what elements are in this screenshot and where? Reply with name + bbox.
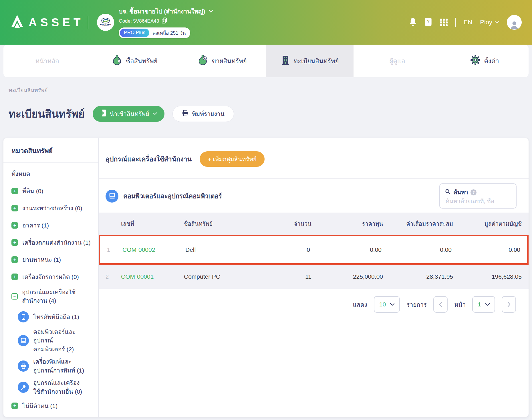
- asset-logo-icon: [10, 14, 24, 30]
- sidebar-item-office-furniture[interactable]: + เครื่องตกแต่งสำนักงาน (1): [11, 236, 93, 249]
- sidebar-item-all[interactable]: ทั้งหมด: [11, 168, 93, 180]
- tab-settings-label: ตั้งค่า: [484, 56, 499, 66]
- asset-code-link[interactable]: COM-00001: [121, 273, 184, 280]
- pagination: แสดง 10 รายการ หน้า 1: [106, 289, 522, 313]
- table-header-row: เลขที่ ชื่อสินทรัพย์ จำนวน ราคาทุน ค่าเส…: [99, 213, 529, 235]
- sidebar-item-intangible[interactable]: + ไม่มีตัวตน (1): [11, 400, 93, 412]
- avatar[interactable]: [507, 15, 522, 30]
- tab-buy-assets[interactable]: ซื้อสินทรัพย์: [91, 45, 178, 77]
- apps-grid-icon[interactable]: [440, 19, 448, 26]
- tab-sell-assets[interactable]: A ขายสินทรัพย์: [178, 45, 266, 77]
- content-card: หมวดสินทรัพย์ ทั้งหมด + ที่ดิน (0) + งาน…: [3, 138, 529, 417]
- page-value: 1: [478, 301, 481, 308]
- column-code: เลขที่: [121, 219, 184, 228]
- company-info: บจ. ซื้อมาขายไป (สำนักงานใหญ่) Code: 5V8…: [119, 7, 213, 38]
- expand-plus-icon[interactable]: +: [11, 256, 18, 263]
- phone-icon: [18, 311, 29, 322]
- brand-name: ASSET: [29, 16, 84, 29]
- row-index: 2: [106, 274, 121, 280]
- asset-register-main: อุปกรณ์และเครื่องใช้สำนักงาน + เพิ่มกลุ่…: [99, 138, 529, 417]
- next-page-button[interactable]: [502, 296, 516, 313]
- table-row[interactable]: 2 COM-00001 Computer PC 11 225,000.00 28…: [99, 265, 529, 289]
- buy-sell-hands-icon: [101, 18, 110, 23]
- tab-asset-register[interactable]: ทะเบียนสินทรัพย์: [266, 45, 354, 77]
- import-assets-label: นำเข้าสินทรัพย์: [110, 109, 149, 118]
- per-page-select[interactable]: 10: [374, 296, 400, 313]
- sidebar-item-construction-in-progress[interactable]: + งานระหว่างก่อสร้าง (0): [11, 202, 93, 214]
- add-asset-group-button[interactable]: + เพิ่มกลุ่มสินทรัพย์: [200, 151, 265, 167]
- laptop-icon: [18, 335, 29, 346]
- sidebar-item-buildings[interactable]: + อาคาร (1): [11, 219, 93, 231]
- sidebar-item-land[interactable]: + ที่ดิน (0): [11, 185, 93, 197]
- money-bag-buy-icon: [112, 55, 122, 67]
- sidebar-subitem-printers[interactable]: เครื่องพิมพ์และอุปกรณ์การพิมพ์ (1): [18, 357, 93, 375]
- tab-settings[interactable]: ตั้งค่า: [441, 45, 529, 77]
- expand-plus-icon[interactable]: +: [11, 188, 18, 194]
- microphone-icon: [18, 382, 29, 393]
- sidebar-item-vehicles[interactable]: + ยานพาหนะ (1): [11, 253, 93, 266]
- expand-plus-icon[interactable]: +: [11, 403, 18, 409]
- asset-name: Computer PC: [184, 273, 260, 280]
- expand-plus-icon[interactable]: +: [11, 274, 18, 280]
- expand-plus-icon[interactable]: +: [11, 239, 18, 246]
- import-assets-button[interactable]: นำเข้าสินทรัพย์: [93, 106, 164, 122]
- collapse-minus-icon[interactable]: −: [11, 293, 18, 300]
- copy-icon[interactable]: [162, 17, 167, 25]
- tab-asset-register-label: ทะเบียนสินทรัพย์: [294, 56, 339, 66]
- prev-page-button[interactable]: [433, 296, 448, 313]
- printer-icon: [182, 110, 189, 118]
- column-accum-depreciation: ค่าเสื่อมราคาสะสม: [383, 219, 453, 228]
- header-divider: [455, 18, 456, 27]
- gear-icon: [471, 55, 480, 67]
- svg-text:?: ?: [427, 19, 430, 23]
- expand-plus-icon[interactable]: +: [11, 222, 18, 229]
- column-quantity: จำนวน: [260, 219, 311, 228]
- user-name: Ploy: [480, 19, 492, 26]
- per-page-value: 10: [379, 301, 386, 308]
- sidebar-subitem-mobile-phone[interactable]: โทรศัพท์มือถือ (1): [18, 310, 93, 324]
- expand-plus-icon[interactable]: +: [11, 205, 18, 211]
- search-input[interactable]: [445, 198, 511, 205]
- help-manual-icon[interactable]: ?: [424, 18, 432, 27]
- svg-text:A: A: [204, 57, 206, 60]
- chevron-down-icon: [209, 10, 213, 13]
- search-box[interactable]: ค้นหา ?: [439, 183, 517, 209]
- top-header: ASSET BUY & SELL COMPANY บจ. ซื้อมาขายไป…: [0, 0, 532, 45]
- company-logo-badge: BUY & SELL COMPANY: [97, 14, 114, 31]
- column-cost: ราคาทุน: [311, 219, 383, 228]
- page-select[interactable]: 1: [472, 296, 495, 313]
- table-row[interactable]: 1 COM-00002 Dell 0 0.00 0.00 0.00: [99, 235, 529, 265]
- user-menu[interactable]: Ploy: [480, 19, 499, 26]
- import-icon: [100, 109, 106, 118]
- page-title: ทะเบียนสินทรัพย์: [9, 105, 85, 122]
- asset-cost: 0.00: [310, 246, 382, 253]
- company-badge-line2: COMPANY: [102, 25, 109, 27]
- help-circle-icon[interactable]: ?: [471, 189, 477, 195]
- chevron-down-icon: [485, 303, 490, 306]
- language-switcher[interactable]: EN: [464, 19, 473, 26]
- notifications-bell-icon[interactable]: [409, 17, 417, 27]
- main-nav: หน้าหลัก ซื้อสินทรัพย์ A ขายสินทรัพย์: [3, 45, 529, 77]
- print-report-button[interactable]: พิมพ์รายงาน: [172, 106, 234, 122]
- sidebar-item-production-machinery[interactable]: + เครื่องจักรการผลิต (0): [11, 271, 93, 283]
- column-book-value: มูลค่าตามบัญชี: [453, 219, 522, 228]
- sidebar-subitem-other-office-equipment[interactable]: อุปกรณ์และเครื่องใช้สำนักงานอื่น (0): [18, 379, 93, 396]
- sidebar-subitem-computers[interactable]: คอมพิวเตอร์และอุปกรณ์คอมพิวเตอร์ (2): [18, 328, 93, 354]
- asset-book-value: 0.00: [452, 246, 520, 253]
- asset-cost: 225,000.00: [311, 273, 383, 280]
- add-asset-group-label: + เพิ่มกลุ่มสินทรัพย์: [208, 154, 257, 164]
- printer-icon: [18, 360, 29, 372]
- tab-home-label: หน้าหลัก: [35, 56, 59, 66]
- company-switcher[interactable]: บจ. ซื้อมาขายไป (สำนักงานใหญ่): [119, 7, 213, 16]
- category-title: อุปกรณ์และเครื่องใช้สำนักงาน: [106, 154, 192, 164]
- asset-code-link[interactable]: COM-00002: [122, 246, 185, 253]
- laptop-icon: [106, 190, 118, 203]
- plan-pill: PRO Plus คงเหลือ 251 วัน: [119, 27, 190, 38]
- tab-admin: ผู้ดูแล: [354, 45, 441, 77]
- asset-name: Dell: [185, 246, 259, 253]
- search-icon: [445, 189, 451, 196]
- asset-book-value: 196,628.05: [453, 273, 522, 280]
- chevron-down-icon: [153, 112, 157, 115]
- tab-home: หน้าหลัก: [3, 45, 91, 77]
- sidebar-item-office-equipment[interactable]: − อุปกรณ์และเครื่องใช้สำนักงาน (4): [11, 288, 93, 305]
